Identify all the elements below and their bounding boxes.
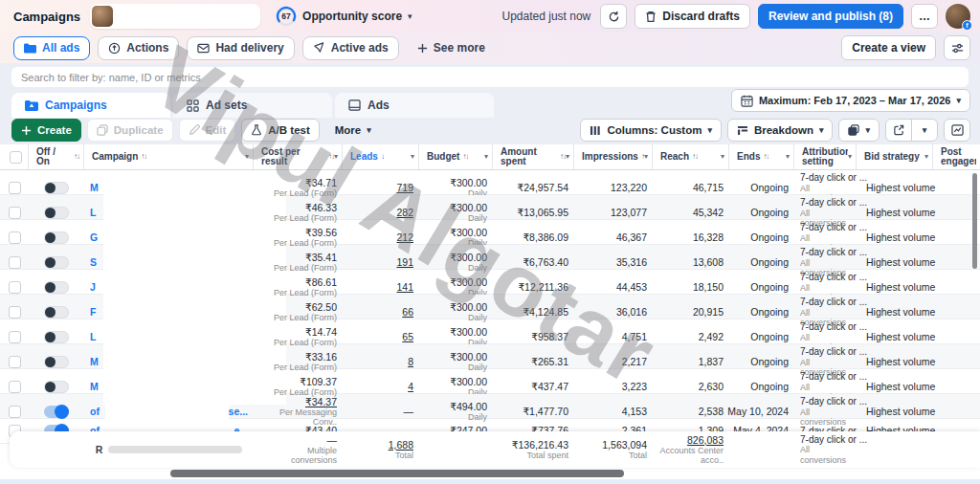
refresh-icon xyxy=(608,11,620,23)
opportunity-score[interactable]: 67 Opportunity score ▾ xyxy=(276,6,412,27)
account-selector[interactable] xyxy=(90,4,260,29)
user-avatar[interactable]: f xyxy=(946,4,970,29)
totals-post xyxy=(933,431,980,468)
chevron-down-icon: ▾ xyxy=(707,125,712,135)
promote-icon xyxy=(313,42,325,54)
select-all-checkbox[interactable] xyxy=(10,151,22,164)
tab-ad-sets[interactable]: Ad sets xyxy=(173,93,332,118)
table-row: M ₹33.16Per Lead (Form) 8 ₹300.00Daily ₹… xyxy=(0,344,980,369)
row-checkbox[interactable] xyxy=(9,306,21,319)
export-options-button[interactable]: ▾ xyxy=(911,119,938,142)
see-more-button[interactable]: See more xyxy=(407,36,496,60)
row-toggle[interactable] xyxy=(44,306,69,319)
row-toggle[interactable] xyxy=(44,406,69,418)
row-toggle[interactable] xyxy=(44,331,69,343)
row-toggle[interactable] xyxy=(44,381,69,393)
more-button[interactable]: More ▾ xyxy=(325,119,381,142)
refresh-button[interactable] xyxy=(600,4,627,29)
breakdown-button[interactable]: Breakdown ▾ xyxy=(727,119,834,142)
row-checkbox[interactable] xyxy=(9,331,21,343)
row-checkbox[interactable] xyxy=(9,356,21,368)
discard-drafts-button[interactable]: Discard drafts xyxy=(635,4,750,29)
row-checkbox[interactable] xyxy=(9,381,21,393)
more-options-button[interactable]: … xyxy=(911,4,938,29)
chip-all-ads[interactable]: All ads xyxy=(13,36,90,60)
row-checkbox[interactable] xyxy=(9,406,21,418)
row-checkbox[interactable] xyxy=(9,231,21,244)
header-leads[interactable]: Leads↓▾ xyxy=(343,144,419,169)
totals-ends xyxy=(729,431,794,468)
row-checkbox[interactable] xyxy=(9,182,21,194)
pencil-icon xyxy=(189,124,200,136)
horizontal-scrollbar[interactable] xyxy=(170,470,624,477)
totals-attribution: 7-day click or ...All conversions xyxy=(794,431,857,468)
header-attribution-setting[interactable]: Attribution setting▾ xyxy=(794,144,857,169)
header-off-on[interactable]: Off / On↑↓ xyxy=(29,144,84,169)
export-button[interactable] xyxy=(885,119,912,142)
campaign-name-tail: se... xyxy=(229,406,248,417)
campaign-name-fragment: M xyxy=(90,356,99,367)
row-toggle[interactable] xyxy=(44,207,69,219)
search-row xyxy=(0,63,980,91)
chip-had-delivery[interactable]: Had delivery xyxy=(187,36,294,60)
columns-icon xyxy=(590,125,601,136)
create-view-button[interactable]: Create a view xyxy=(841,35,936,60)
create-button[interactable]: Create xyxy=(11,119,81,142)
ab-test-button[interactable]: A/B test xyxy=(241,119,319,142)
header-bid-strategy[interactable]: Bid strategy▾ xyxy=(857,144,933,169)
chevron-down-icon: ▾ xyxy=(923,125,927,135)
campaigns-table: Off / On↑↓ Campaign↑↓▾ Cost per result↑↓… xyxy=(0,144,980,468)
plus-icon xyxy=(417,43,428,54)
chevron-down-icon: ▾ xyxy=(245,153,249,161)
header-ends[interactable]: Ends↑↓▾ xyxy=(729,144,794,169)
view-settings-button[interactable] xyxy=(944,35,970,60)
row-checkbox[interactable] xyxy=(9,256,21,269)
header-campaign[interactable]: Campaign↑↓▾ xyxy=(84,144,254,169)
search-input[interactable] xyxy=(21,72,959,83)
row-toggle[interactable] xyxy=(44,281,69,294)
row-checkbox[interactable] xyxy=(9,207,21,219)
table-row: S ₹35.41Per Lead (Form) 191 ₹300.00Daily… xyxy=(0,245,980,270)
tab-ads[interactable]: Ads xyxy=(335,93,494,118)
chip-active-ads[interactable]: Active ads xyxy=(302,36,399,60)
chevron-down-icon: ▾ xyxy=(566,153,569,161)
campaign-name-fragment: M xyxy=(90,182,99,193)
duplicate-button[interactable]: Duplicate xyxy=(87,119,173,142)
totals-leads[interactable]: 1,688Total xyxy=(343,431,419,468)
columns-button[interactable]: Columns: Custom ▾ xyxy=(580,119,722,142)
charts-button[interactable] xyxy=(944,119,970,142)
chevron-down-icon: ▾ xyxy=(367,125,371,135)
page-title: Campaigns xyxy=(13,10,80,24)
totals-spacer xyxy=(29,431,84,468)
reports-button[interactable]: ▾ xyxy=(838,119,880,142)
header-budget[interactable]: Budget↑↓▾ xyxy=(419,144,493,169)
redacted-label xyxy=(108,446,242,453)
totals-reach[interactable]: 826,083Accounts Center acco.. xyxy=(653,431,729,468)
header-post-engagement[interactable]: Post engagement xyxy=(933,144,980,169)
edit-button[interactable]: Edit xyxy=(179,119,236,142)
calendar-icon xyxy=(741,95,753,107)
chevron-down-icon: ▾ xyxy=(408,11,412,21)
header-cost-per-result[interactable]: Cost per result↑↓▾ xyxy=(254,144,343,169)
header-reach[interactable]: Reach↑↓▾ xyxy=(653,144,729,169)
header-amount-spent[interactable]: Amount spent↑↓▾ xyxy=(493,144,574,169)
row-toggle[interactable] xyxy=(44,356,69,368)
row-checkbox[interactable] xyxy=(9,281,21,294)
campaign-name-fragment: L xyxy=(90,331,96,342)
tab-campaigns[interactable]: Campaigns xyxy=(11,93,170,118)
row-toggle[interactable] xyxy=(44,256,69,269)
account-avatar xyxy=(92,6,113,27)
updated-status: Updated just now xyxy=(502,10,591,23)
header-impressions[interactable]: Impressions↑↓▾ xyxy=(574,144,653,169)
export-icon xyxy=(893,124,904,136)
row-toggle[interactable] xyxy=(44,231,69,244)
filter-chip-row: All ads Actions Had delivery Active ads … xyxy=(0,33,980,63)
row-toggle[interactable] xyxy=(44,182,69,194)
chevron-down-icon: ▾ xyxy=(721,153,724,161)
level-tabs: Campaigns Ad sets Ads Maximum: Feb 17, 2… xyxy=(0,91,980,118)
review-publish-button[interactable]: Review and publish (8) xyxy=(758,4,903,29)
chip-actions[interactable]: Actions xyxy=(98,36,179,60)
date-range-picker[interactable]: Maximum: Feb 17, 2023 – Mar 17, 2026 ▾ xyxy=(731,89,970,112)
vertical-scrollbar[interactable] xyxy=(972,173,977,269)
campaign-name-fragment: J xyxy=(90,281,96,293)
